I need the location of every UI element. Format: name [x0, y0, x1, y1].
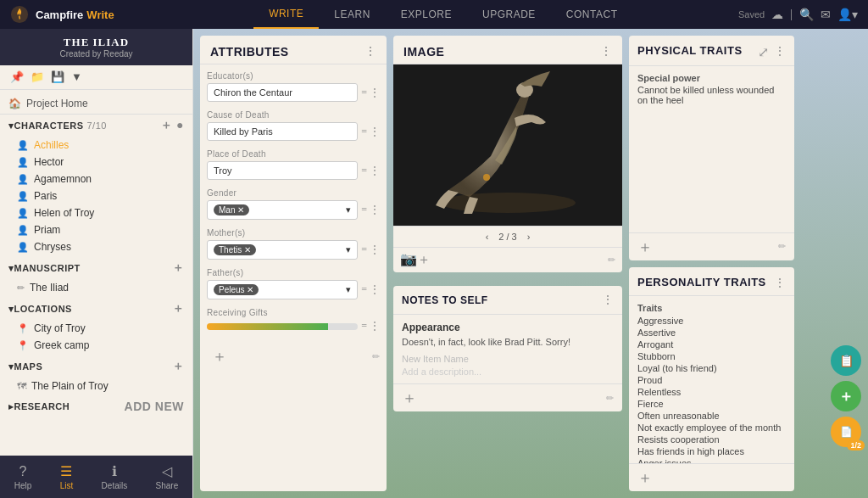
- filter-icon[interactable]: ▼: [71, 70, 82, 84]
- trait-item: Stubborn: [637, 351, 786, 361]
- edit-image-icon[interactable]: ✏: [608, 255, 615, 266]
- mail-icon[interactable]: ✉: [821, 8, 831, 22]
- prev-image-button[interactable]: ‹: [486, 232, 489, 242]
- project-home[interactable]: 🏠 Project Home: [0, 93, 192, 115]
- svg-point-3: [483, 174, 490, 181]
- sidebar-item-paris[interactable]: 👤 Paris: [0, 187, 192, 204]
- more-icon[interactable]: ⋮: [370, 126, 380, 138]
- page-badge: 1/2: [847, 440, 865, 450]
- sidebar-item-iliad[interactable]: ✏ The Iliad: [0, 279, 192, 296]
- drag-icon[interactable]: =: [361, 320, 367, 333]
- notes-menu-icon[interactable]: ⋮: [602, 293, 614, 307]
- nav-learn[interactable]: LEARN: [319, 0, 386, 29]
- attributes-menu-icon[interactable]: ⋮: [364, 44, 376, 59]
- maps-header[interactable]: ▾ MAPS ＋: [0, 355, 192, 378]
- add-character-button[interactable]: ＋ ●: [160, 118, 184, 133]
- search-icon[interactable]: 🔍: [799, 8, 814, 22]
- add-image-button[interactable]: 📷＋: [400, 251, 431, 269]
- receiving-gifts-progress[interactable]: [207, 323, 358, 330]
- drag-icon[interactable]: =: [361, 204, 367, 216]
- main-layout: THE ILIAD Created by Reeday 📌 📁 💾 ▼ 🏠 Pr…: [0, 29, 868, 498]
- sidebar-item-hector[interactable]: 👤 Hector: [0, 154, 192, 171]
- sidebar-item-agamemnon[interactable]: 👤 Agamemnon: [0, 171, 192, 187]
- sidebar-item-priam[interactable]: 👤 Priam: [0, 221, 192, 238]
- mother-select[interactable]: Thetis ✕ ▾: [207, 240, 358, 260]
- more-icon[interactable]: ⋮: [370, 243, 380, 256]
- sidebar-item-chryses[interactable]: 👤 Chryses: [0, 238, 192, 255]
- export-icon[interactable]: 💾: [51, 70, 64, 84]
- image-counter: 2 / 3: [498, 232, 516, 242]
- image-menu-icon[interactable]: ⋮: [600, 44, 612, 59]
- iliad-label: The Iliad: [30, 282, 69, 294]
- sidebar-item-greek-camp[interactable]: 📍 Greek camp: [0, 337, 192, 354]
- drag-icon[interactable]: =: [361, 87, 367, 99]
- mother-row: Thetis ✕ ▾ = ⋮: [207, 240, 380, 260]
- edit-physical-icon[interactable]: ✏: [778, 241, 786, 252]
- nav-contact[interactable]: CONTACT: [551, 0, 633, 29]
- user-icon[interactable]: 👤▾: [837, 8, 858, 22]
- fab-area: 📋 ＋ 📄 1/2: [831, 345, 861, 447]
- logo-area[interactable]: Campfire Write: [10, 5, 114, 24]
- next-image-button[interactable]: ›: [527, 232, 531, 242]
- physical-menu-icon[interactable]: ⋮: [774, 44, 786, 59]
- fab-page-button[interactable]: 📄 1/2: [831, 417, 861, 447]
- tab-list[interactable]: ☰ List: [60, 463, 74, 490]
- sidebar-item-achilles[interactable]: 👤 Achilles: [0, 137, 192, 154]
- achilles-label: Achilles: [34, 139, 69, 151]
- tab-help[interactable]: ? Help: [14, 464, 32, 490]
- locations-header[interactable]: ▾ LOCATIONS ＋: [0, 298, 192, 320]
- nav-explore[interactable]: EXPLORE: [386, 0, 467, 29]
- move-icon[interactable]: ⤢: [758, 44, 769, 60]
- personality-menu-icon[interactable]: ⋮: [774, 276, 786, 290]
- drag-icon[interactable]: =: [361, 283, 367, 296]
- sidebar-item-plain-of-troy[interactable]: 🗺 The Plain of Troy: [0, 378, 192, 394]
- fab-add-button[interactable]: ＋: [831, 381, 861, 411]
- pin-icon[interactable]: 📌: [10, 70, 24, 84]
- sidebar-item-helen[interactable]: 👤 Helen of Troy: [0, 204, 192, 221]
- add-manuscript-button[interactable]: ＋: [172, 260, 185, 276]
- edit-note-icon[interactable]: ✏: [606, 393, 614, 404]
- nav-write[interactable]: WRITE: [253, 0, 319, 29]
- nav-upgrade[interactable]: UPGRADE: [467, 0, 551, 29]
- notes-description-placeholder[interactable]: Add a description...: [402, 367, 614, 377]
- troy-label: City of Troy: [34, 322, 86, 334]
- notes-body: Appearance Doesn't, in fact, look like B…: [393, 315, 622, 383]
- new-folder-icon[interactable]: 📁: [31, 70, 44, 84]
- gender-select[interactable]: Man ✕ ▾: [207, 200, 358, 220]
- more-icon[interactable]: ⋮: [370, 165, 380, 177]
- father-select[interactable]: Peleus ✕ ▾: [207, 280, 358, 299]
- drag-icon[interactable]: =: [361, 165, 367, 177]
- manuscript-header[interactable]: ▾ MANUSCRIPT ＋: [0, 257, 192, 279]
- cause-of-death-input[interactable]: Killed by Paris: [207, 122, 358, 141]
- drag-icon[interactable]: =: [361, 243, 367, 256]
- educator-input[interactable]: Chiron the Centaur: [207, 83, 358, 102]
- more-icon[interactable]: ⋮: [370, 283, 380, 296]
- add-research-button[interactable]: ADD NEW: [125, 400, 184, 413]
- project-title: THE ILIAD: [10, 36, 182, 49]
- add-attribute-button[interactable]: ＋: [207, 344, 232, 368]
- place-of-death-input[interactable]: Troy: [207, 161, 358, 180]
- notes-title: NOTES TO SELF: [402, 294, 602, 306]
- sidebar-item-troy[interactable]: 📍 City of Troy: [0, 320, 192, 337]
- add-location-button[interactable]: ＋: [172, 301, 185, 316]
- right-panels: PHYSICAL TRAITS ⤢ ⋮ Special power Cannot…: [629, 36, 794, 491]
- research-header[interactable]: ▸ RESEARCH ADD NEW: [0, 396, 192, 417]
- add-map-button[interactable]: ＋: [172, 359, 185, 374]
- add-physical-trait-button[interactable]: ＋: [637, 237, 653, 257]
- fab-notes-button[interactable]: 📋: [831, 345, 861, 376]
- cloud-icon[interactable]: ☁: [771, 8, 783, 22]
- drag-icon[interactable]: =: [361, 126, 367, 138]
- educator-field: Educator(s) Chiron the Centaur = ⋮: [207, 71, 380, 102]
- logo-write-text: Write: [86, 8, 114, 21]
- add-personality-trait-button[interactable]: ＋: [637, 467, 653, 488]
- notes-new-item-placeholder[interactable]: New Item Name: [402, 354, 614, 364]
- tab-share[interactable]: ◁ Share: [156, 463, 179, 490]
- more-icon[interactable]: ⋮: [370, 204, 380, 216]
- edit-attribute-icon[interactable]: ✏: [372, 351, 380, 362]
- add-note-button[interactable]: ＋: [402, 388, 417, 408]
- more-icon[interactable]: ⋮: [370, 320, 380, 333]
- tab-details[interactable]: ℹ Details: [102, 463, 128, 490]
- progress-fill: [207, 323, 328, 330]
- more-icon[interactable]: ⋮: [370, 87, 380, 99]
- characters-header[interactable]: ▾ CHARACTERS 7/10 ＋ ●: [0, 115, 192, 137]
